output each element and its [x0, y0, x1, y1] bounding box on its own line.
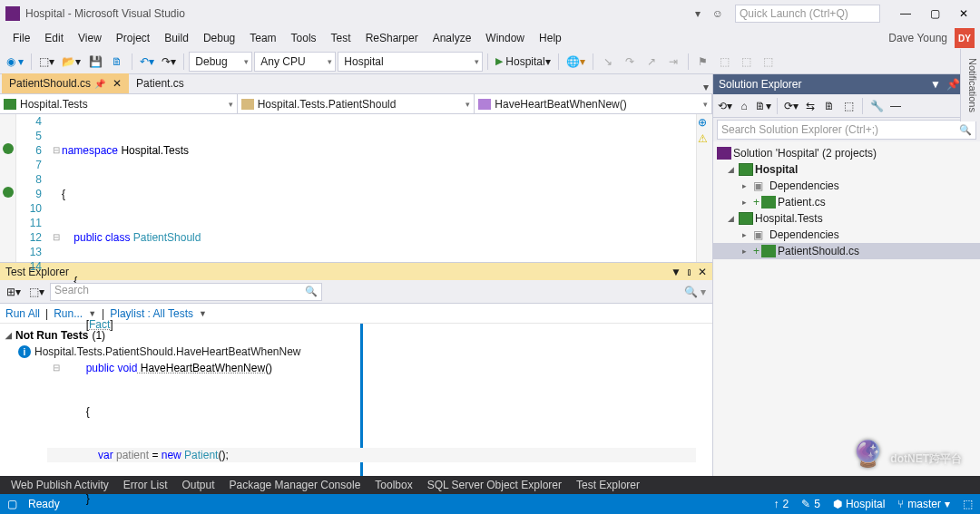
misc-button-3[interactable]: ⬚	[759, 52, 779, 72]
step-over-button[interactable]: ↷	[620, 52, 640, 72]
step-into-button[interactable]: ↘	[598, 52, 618, 72]
test-search-input[interactable]: Search	[50, 283, 322, 301]
git-pending-up[interactable]: ↑ 2	[774, 498, 789, 510]
maximize-button[interactable]: ▢	[924, 7, 946, 20]
user-name[interactable]: Dave Young	[888, 32, 947, 44]
close-icon[interactable]: ✕	[698, 266, 707, 278]
back-button[interactable]: ⟲▾	[717, 98, 733, 114]
quick-launch-input[interactable]: Quick Launch (Ctrl+Q)	[735, 5, 880, 23]
dependencies-node[interactable]: ▸ ▣ Dependencies	[713, 227, 980, 243]
project-node-hospital[interactable]: ◢ Hospital	[713, 161, 980, 178]
solution-search-input[interactable]: Search Solution Explorer (Ctrl+;)	[717, 120, 976, 140]
browser-button[interactable]: 🌐▾	[564, 52, 588, 72]
misc-button-2[interactable]: ⬚	[737, 52, 757, 72]
file-node-patient[interactable]: ▸ + Patient.cs	[713, 194, 980, 210]
line-number-gutter: 4567891011121314	[16, 114, 47, 262]
window-position-icon[interactable]: ▼	[930, 78, 941, 91]
git-branch[interactable]: ⑂ master ▾	[897, 498, 950, 510]
save-all-button[interactable]: 🗎	[107, 52, 127, 72]
nav-class-combo[interactable]: Hospital.Tests.PatientShould	[238, 94, 475, 113]
solution-icon	[717, 147, 731, 160]
editor-region: PatientShould.cs 📌 ✕ Patient.cs ▾ Hospit…	[0, 74, 712, 476]
startup-combo[interactable]: Hospital	[338, 52, 483, 72]
warning-icon: ⚠	[698, 132, 710, 145]
menu-tools[interactable]: Tools	[284, 30, 324, 46]
filter-button[interactable]: ⬚▾	[26, 282, 47, 302]
notifications-icon[interactable]: ▾	[691, 6, 705, 21]
main-toolbar: ◉ ▾ ⬚▾ 📂▾ 💾 🗎 ↶▾ ↷▾ Debug Any CPU Hospit…	[0, 49, 980, 74]
git-repo[interactable]: ⬢ Hospital	[833, 498, 885, 510]
flag-button[interactable]: ⚑	[693, 52, 713, 72]
menu-analyze[interactable]: Analyze	[426, 30, 479, 46]
main-area: PatientShould.cs 📌 ✕ Patient.cs ▾ Hospit…	[0, 74, 980, 476]
step-button-4[interactable]: ⇥	[663, 52, 683, 72]
menu-edit[interactable]: Edit	[37, 30, 71, 46]
new-project-button[interactable]: ⬚▾	[36, 52, 57, 72]
pin-icon[interactable]: 📌	[946, 78, 960, 91]
save-button[interactable]: 💾	[85, 52, 105, 72]
close-button[interactable]: ✕	[953, 7, 975, 20]
cs-file-icon	[761, 196, 776, 209]
tab-overflow[interactable]: ▾	[700, 81, 712, 93]
test-marker-icon[interactable]	[3, 143, 14, 154]
collapse-button[interactable]: ⟳▾	[783, 98, 799, 114]
cs-file-icon	[761, 245, 776, 257]
code-nav-bar: Hospital.Tests Hospital.Tests.PatientSho…	[0, 94, 712, 114]
nav-back-button[interactable]: ◉ ▾	[4, 52, 26, 72]
misc-button-1[interactable]: ⬚	[715, 52, 735, 72]
nav-method-combo[interactable]: HaveHeartBeatWhenNew()	[475, 94, 712, 113]
preview-button[interactable]: ⬚	[840, 98, 857, 114]
solution-explorer-header[interactable]: Solution Explorer ▼ 📌 ✕	[713, 74, 980, 94]
code-editor[interactable]: 4567891011121314 ⊟namespace Hospital.Tes…	[0, 114, 712, 262]
menu-window[interactable]: Window	[478, 30, 532, 46]
close-icon[interactable]: ✕	[113, 77, 122, 90]
solution-node[interactable]: Solution 'Hospital' (2 projects)	[713, 145, 980, 161]
csharp-project-icon	[739, 163, 753, 176]
project-node-tests[interactable]: ◢ Hospital.Tests	[713, 210, 980, 227]
properties-button[interactable]: 🔧	[868, 98, 885, 114]
pin-icon[interactable]: 📌	[94, 79, 105, 89]
expand-icon[interactable]: ⊕	[698, 116, 710, 129]
menu-build[interactable]: Build	[157, 30, 196, 46]
platform-combo[interactable]: Any CPU	[254, 52, 336, 72]
feedback-icon[interactable]: ☺	[710, 6, 725, 21]
code-content[interactable]: ⊟namespace Hospital.Tests { ⊟ public cla…	[47, 114, 696, 262]
nav-project-combo[interactable]: Hospital.Tests	[0, 94, 238, 113]
solution-tree[interactable]: Solution 'Hospital' (2 projects) ◢ Hospi…	[713, 141, 980, 476]
refresh-button[interactable]: 🗎	[821, 98, 838, 114]
step-out-button[interactable]: ↗	[642, 52, 662, 72]
tab-patient[interactable]: Patient.cs	[129, 73, 191, 93]
group-by-button[interactable]: ⊞▾	[4, 282, 24, 302]
show-all-button[interactable]: ⇆	[802, 98, 818, 114]
solution-explorer-toolbar: ⟲▾ ⌂ 🗎▾ ⟳▾ ⇆ 🗎 ⬚ 🔧 —	[713, 94, 980, 118]
menu-help[interactable]: Help	[532, 30, 569, 46]
breakpoint-gutter[interactable]	[0, 114, 16, 262]
user-avatar[interactable]: DY	[955, 28, 975, 48]
menu-file[interactable]: File	[5, 30, 37, 46]
menu-debug[interactable]: Debug	[196, 30, 242, 46]
extra-button[interactable]: —	[887, 98, 904, 114]
file-node-patientshould[interactable]: ▸ + PatientShould.cs	[713, 243, 980, 259]
git-changes[interactable]: ✎ 5	[801, 498, 820, 510]
tab-patientshould[interactable]: PatientShould.cs 📌 ✕	[2, 73, 129, 93]
sync-button[interactable]: 🗎▾	[755, 98, 771, 114]
menu-project[interactable]: Project	[109, 30, 157, 46]
minimize-button[interactable]: ―	[895, 7, 916, 20]
menu-test[interactable]: Test	[324, 30, 358, 46]
menu-resharper[interactable]: ReSharper	[358, 30, 426, 46]
start-debug-button[interactable]: ▶Hospital ▾	[493, 52, 553, 72]
home-button[interactable]: ⌂	[736, 98, 752, 114]
status-extra-icon[interactable]: ⬚	[963, 498, 973, 510]
undo-button[interactable]: ↶▾	[137, 52, 157, 72]
test-marker-icon[interactable]	[3, 187, 14, 198]
menu-view[interactable]: View	[71, 30, 109, 46]
redo-button[interactable]: ↷▾	[159, 52, 179, 72]
tab-label: PatientShould.cs	[9, 77, 91, 90]
menu-team[interactable]: Team	[242, 30, 283, 46]
overview-ruler[interactable]: ⊕ ⚠	[696, 114, 712, 262]
dependencies-node[interactable]: ▸ ▣ Dependencies	[713, 178, 980, 194]
open-file-button[interactable]: 📂▾	[59, 52, 83, 72]
config-combo[interactable]: Debug	[189, 52, 252, 72]
notifications-side-tab[interactable]: Notifications	[960, 49, 980, 121]
run-all-link[interactable]: Run All	[5, 307, 40, 320]
